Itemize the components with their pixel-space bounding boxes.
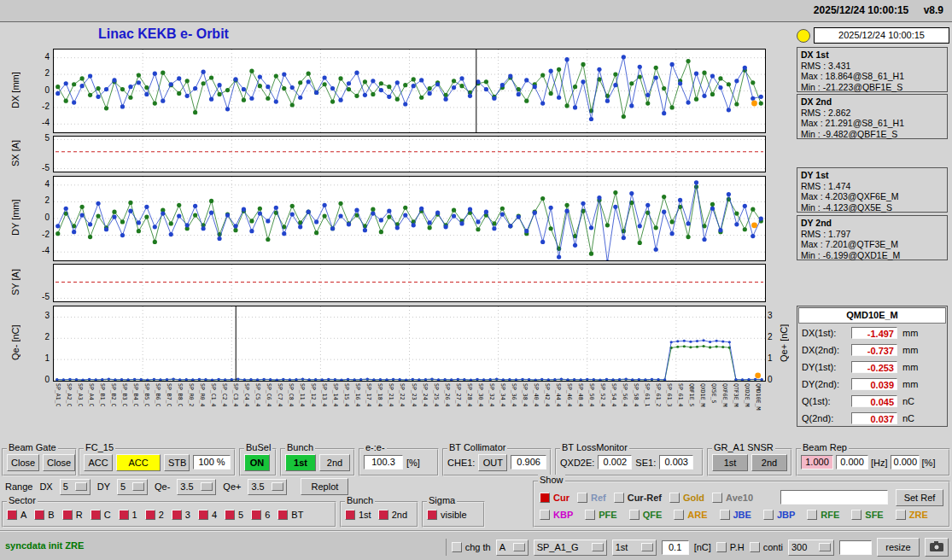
checkbox-icon — [674, 510, 684, 520]
show-toggle-qfe[interactable]: QFE — [629, 510, 663, 520]
sector-checkbox-label: 3 — [185, 510, 190, 520]
y-axis-label-dx: DX [mm] — [10, 49, 20, 131]
chg-th-toggle[interactable]: chg th — [452, 542, 491, 552]
ph-toggle[interactable]: P.H — [716, 542, 745, 552]
status-bar: syncdata init ZRE chg th A SP_A1_G 1st [… — [0, 530, 952, 560]
show-toggle-zre[interactable]: ZRE — [896, 510, 928, 520]
fc15-acc-active-button[interactable]: ACC — [116, 454, 161, 471]
aux-input[interactable] — [839, 540, 872, 555]
plot-dy — [53, 176, 766, 261]
range-qe-plus-dropdown[interactable]: 3.5 — [248, 479, 287, 495]
bpm-name-label: SP_B1_C — [99, 383, 106, 436]
bpm-name-label: SP_C1_4 — [210, 383, 217, 436]
show-toggle-are[interactable]: ARE — [674, 510, 707, 520]
show-toggle-jbe[interactable]: JBE — [720, 510, 751, 520]
y-tick-label: 3 — [29, 311, 50, 320]
range-qe-minus-dropdown[interactable]: 3.5 — [177, 479, 216, 495]
y-tick-label: 2 — [29, 68, 50, 78]
sector-checkbox-5[interactable]: 5 — [225, 510, 243, 520]
bpm-name-label: SP_58_4 — [633, 383, 640, 436]
screenshot-button[interactable] — [925, 538, 949, 557]
beam-gate-close-2-button[interactable]: Close — [43, 454, 75, 471]
show-toggle-sfe[interactable]: SFE — [851, 510, 883, 520]
show-toggle-rfe[interactable]: RFE — [807, 510, 839, 520]
sector-checkbox-4[interactable]: 4 — [198, 510, 217, 520]
show-toggle-label: Gold — [683, 493, 704, 503]
stat-title: DY 1st — [801, 170, 943, 181]
bpm-name-label: SP_17_4 — [365, 383, 372, 436]
monitor-row-label: Q(1st): — [802, 396, 851, 406]
monitor-row-unit: nC — [902, 413, 914, 423]
bunch-checkbox-1st[interactable]: 1st — [345, 510, 371, 520]
gr-snsr-1st-button[interactable]: 1st — [712, 454, 748, 471]
sigma-checkbox-visible[interactable]: visible — [427, 510, 467, 520]
sector-checkbox-b[interactable]: B — [34, 510, 54, 520]
monitor-row: DX(1st):-1.497mm — [797, 324, 947, 341]
monitor-row-label: DY(1st): — [802, 362, 851, 372]
range-dy-dropdown[interactable]: 5 — [117, 479, 148, 495]
monitor-row-unit: mm — [902, 362, 918, 372]
stat-max: Max : 21.291@S8_61_H1 — [801, 118, 943, 129]
show-toggle-jbp[interactable]: JBP — [763, 510, 795, 520]
camera-icon — [929, 540, 944, 552]
conti-toggle[interactable]: conti — [750, 542, 783, 552]
che1-out-button[interactable]: OUT — [478, 454, 507, 471]
bunch-1st-button[interactable]: 1st — [285, 454, 316, 471]
y-tick-label: 1 — [29, 353, 50, 363]
conti-label: conti — [763, 542, 783, 552]
checkbox-icon — [629, 510, 640, 520]
checkbox-icon — [34, 510, 44, 520]
sector-checkbox-a[interactable]: A — [7, 510, 26, 520]
group-label-bunch-select: Bunch — [345, 495, 375, 505]
bpm-name-label: SP_B5_C — [143, 383, 150, 436]
bunch-2nd-button[interactable]: 2nd — [319, 454, 350, 471]
dropdown-arrow-icon — [592, 543, 604, 551]
status-message: syncdata init ZRE — [5, 540, 84, 551]
sector-checkbox-2[interactable]: 2 — [145, 510, 164, 520]
threshold-input[interactable] — [662, 540, 689, 555]
sector-checkbox-3[interactable]: 3 — [172, 510, 190, 520]
bpm-name-label: SP_61_3 — [666, 383, 673, 436]
resize-button[interactable]: resize — [877, 538, 920, 557]
show-toggle-gold[interactable]: Gold — [669, 493, 704, 503]
bunch-select-dropdown[interactable]: 1st — [612, 540, 657, 556]
stat-min: Min : -9.482@QBF1E_S — [801, 129, 943, 140]
show-toggle-pfe[interactable]: PFE — [585, 510, 616, 520]
beam-gate-close-1-button[interactable]: Close — [7, 454, 39, 471]
group-beam-rep: Beam Rep 1.000 0.000 [Hz] 0.000 [%] — [796, 440, 950, 476]
bpm-name-label: QTF3E_M — [733, 383, 739, 436]
bpm-select-dropdown[interactable]: SP_A1_G — [534, 540, 607, 556]
fc15-acc-button[interactable]: ACC — [84, 454, 113, 471]
group-bunch: Bunch 1st 2nd — [280, 440, 355, 476]
replot-button[interactable]: Replot — [301, 478, 348, 495]
show-toggle-ref[interactable]: Ref — [577, 493, 606, 503]
busel-on-button[interactable]: ON — [244, 454, 270, 471]
sector-checkbox-c[interactable]: C — [91, 510, 111, 520]
plot-sy — [53, 264, 766, 302]
interval-dropdown[interactable]: 300 — [788, 540, 834, 556]
sector-a-dropdown[interactable]: A — [496, 540, 529, 556]
stat-max: Max : 7.201@QTF3E_M — [801, 239, 943, 250]
set-ref-button[interactable]: Set Ref — [896, 489, 943, 506]
sector-checkbox-1[interactable]: 1 — [119, 510, 137, 520]
checkbox-icon — [345, 510, 355, 520]
gr-snsr-2nd-button[interactable]: 2nd — [751, 454, 787, 471]
show-toggle-cur-ref[interactable]: Cur-Ref — [614, 493, 662, 503]
stat-min: Min : -21.223@QBF1E_S — [801, 82, 943, 93]
sector-checkbox-bt[interactable]: BT — [277, 510, 303, 520]
fc15-stb-button[interactable]: STB — [164, 454, 190, 471]
y-tick-label: 2 — [29, 195, 50, 205]
bunch-checkbox-2nd[interactable]: 2nd — [378, 510, 407, 520]
range-dx-dropdown[interactable]: 5 — [60, 479, 91, 495]
show-toggle-kbp[interactable]: KBP — [540, 510, 573, 520]
checkbox-icon — [750, 542, 760, 552]
sector-checkbox-6[interactable]: 6 — [251, 510, 270, 520]
y-axis-label-sy: SY [A] — [10, 264, 20, 300]
bpm-name-label: SP_21_4 — [388, 383, 394, 436]
show-toggle-ave10[interactable]: Ave10 — [712, 493, 753, 503]
plot-q — [53, 306, 766, 382]
ref-name-input[interactable] — [780, 490, 888, 505]
sector-checkbox-r[interactable]: R — [62, 510, 83, 520]
bpm-name-label: SP_32_4 — [488, 383, 495, 436]
show-toggle-cur[interactable]: Cur — [540, 493, 569, 503]
